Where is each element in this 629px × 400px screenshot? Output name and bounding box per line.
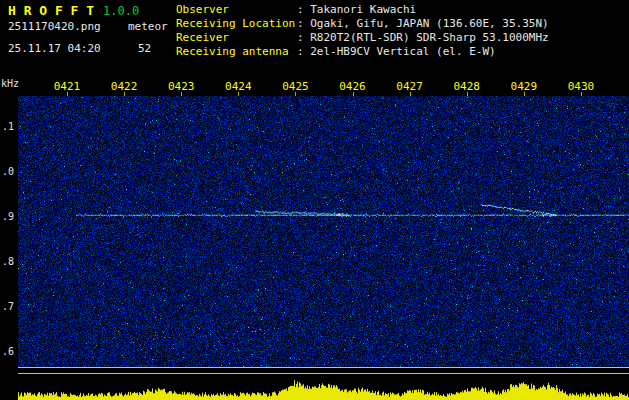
y-tick-label: .6	[2, 346, 14, 357]
output-filename: 2511170420.png	[8, 20, 101, 33]
station-info-row: Receiving Location: Ogaki, Gifu, JAPAN (…	[176, 17, 549, 31]
y-tick-label: .8	[2, 256, 14, 267]
echo-count: 52	[138, 42, 151, 55]
app-title: H R O F F T	[8, 3, 94, 18]
station-info-label: Receiving antenna	[176, 45, 297, 59]
y-tick-label: .9	[2, 211, 14, 222]
station-info-label: Receiver	[176, 31, 297, 45]
hrofft-screen: H R O F F T 1.0.0 2511170420.png meteor …	[0, 0, 629, 400]
station-info: Observer: Takanori KawachiReceiving Loca…	[176, 3, 549, 59]
station-info-value: : R820T2(RTL-SDR) SDR-Sharp 53.1000MHz	[297, 31, 549, 44]
station-info-value: : Ogaki, Gifu, JAPAN (136.60E, 35.35N)	[297, 17, 549, 30]
station-info-label: Receiving Location	[176, 17, 297, 31]
station-info-row: Receiver: R820T2(RTL-SDR) SDR-Sharp 53.1…	[176, 31, 549, 45]
app-version: 1.0.0	[103, 4, 139, 18]
y-axis-unit-label: kHz	[1, 78, 19, 89]
y-tick-label: .7	[2, 301, 14, 312]
station-info-value: : 2el-HB9CV Vertical (el. E-W)	[297, 45, 496, 58]
threshold-line-lower	[18, 373, 629, 374]
station-info-label: Observer	[176, 3, 297, 17]
y-tick-label: .0	[2, 166, 14, 177]
threshold-line-upper	[18, 367, 629, 368]
spectrogram-canvas	[18, 96, 629, 368]
y-tick-label: .1	[2, 121, 14, 132]
header: H R O F F T 1.0.0 2511170420.png meteor …	[0, 0, 629, 78]
station-info-row: Observer: Takanori Kawachi	[176, 3, 549, 17]
mode-label: meteor	[128, 20, 168, 33]
station-info-row: Receiving antenna: 2el-HB9CV Vertical (e…	[176, 45, 549, 59]
power-plot-canvas	[18, 375, 629, 400]
observation-datetime: 25.11.17 04:20	[8, 42, 101, 55]
station-info-value: : Takanori Kawachi	[297, 3, 416, 16]
